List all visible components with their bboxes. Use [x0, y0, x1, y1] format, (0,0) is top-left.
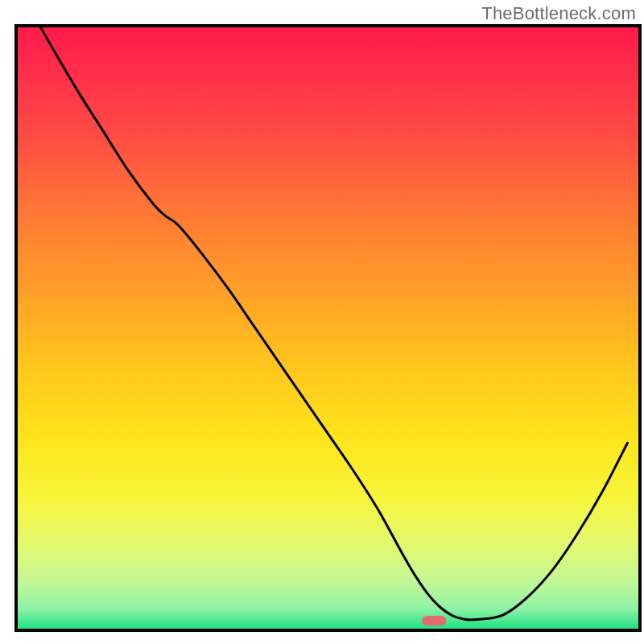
- bottleneck-chart: [0, 0, 644, 644]
- plot-background: [16, 26, 640, 630]
- watermark-label: TheBottleneck.com: [481, 3, 636, 24]
- chart-container: TheBottleneck.com: [0, 0, 644, 644]
- highlight-pill: [422, 616, 446, 625]
